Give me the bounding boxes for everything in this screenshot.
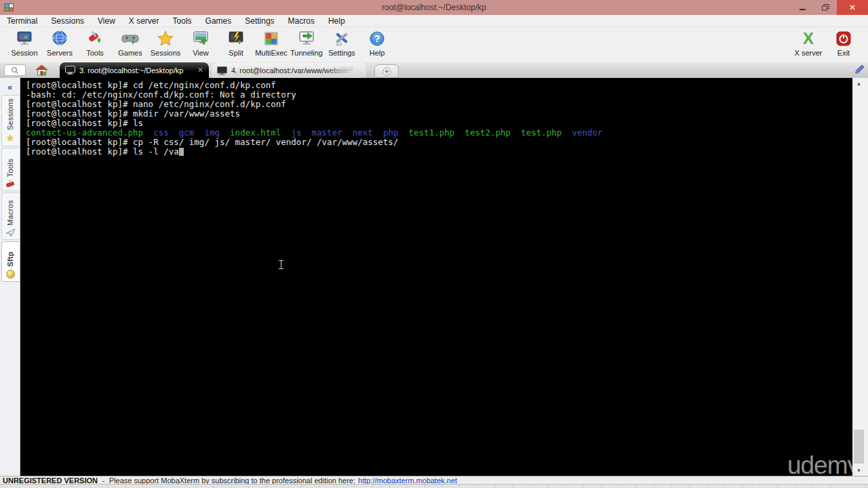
main-area: « Sessions ★ Tools Macros Sftp [root@loc… <box>0 78 868 476</box>
home-icon[interactable] <box>35 64 48 76</box>
split-button[interactable]: Split <box>218 27 254 62</box>
search-input[interactable] <box>19 65 20 75</box>
servers-globe-icon <box>51 30 68 47</box>
scroll-down-icon[interactable]: ▼ <box>853 465 865 476</box>
sidebar-tab-macros[interactable]: Macros <box>1 192 19 240</box>
sessions-label: Sessions <box>151 49 181 57</box>
tab-search-box[interactable] <box>4 64 26 76</box>
close-button[interactable]: ✕ <box>837 0 868 15</box>
sidebar-macros-label: Macros <box>6 200 14 226</box>
terminal-screen[interactable]: [root@localhost kp]# cd /etc/nginx/conf.… <box>20 78 852 476</box>
sidebar-tab-tools[interactable]: Tools <box>1 148 19 191</box>
exit-power-icon <box>835 30 852 47</box>
restore-button[interactable] <box>814 0 837 15</box>
sessions-star-icon <box>157 30 174 47</box>
sessions-button[interactable]: Sessions <box>148 27 183 62</box>
terminal-line: -bash: cd: /etc/nginx/conf.d/kp.conf: No… <box>26 90 852 100</box>
settings-label: Settings <box>328 49 355 57</box>
text-cursor-pointer <box>278 260 284 270</box>
inactive-tab-label: 4. root@localhost:/var/www/websites <box>231 66 353 75</box>
unregistered-label: UNREGISTERED VERSION <box>3 476 98 485</box>
menu-games[interactable]: Games <box>199 15 239 27</box>
menu-help[interactable]: Help <box>321 15 352 27</box>
scroll-up-icon[interactable]: ▲ <box>853 78 865 89</box>
plus-icon <box>382 67 391 76</box>
scrollbar-thumb[interactable] <box>854 430 864 464</box>
tab-active-terminal[interactable]: 3. root@localhost:~/Desktop/kp ✕ <box>60 62 209 78</box>
multiexec-button[interactable]: MultiExec <box>254 27 289 62</box>
tab-bar: 3. root@localhost:~/Desktop/kp ✕ 4. root… <box>0 62 868 78</box>
session-monitor-icon <box>16 30 33 47</box>
sidebar-collapse-button[interactable]: « <box>7 82 12 92</box>
sftp-ball-icon <box>6 270 15 279</box>
menu-terminal[interactable]: Terminal <box>0 15 44 27</box>
exit-label: Exit <box>837 49 850 57</box>
x-server-button[interactable]: X X server <box>791 27 826 62</box>
x-server-icon: X <box>800 30 817 47</box>
view-label: View <box>193 49 209 57</box>
edit-pencil-icon[interactable] <box>854 64 865 75</box>
multiexec-label: MultiExec <box>255 49 288 57</box>
menu-view[interactable]: View <box>91 15 122 27</box>
terminal-scrollbar[interactable]: ▲ ▼ <box>852 78 865 476</box>
left-sidebar: « Sessions ★ Tools Macros Sftp <box>0 78 20 476</box>
menu-sessions[interactable]: Sessions <box>44 15 91 27</box>
games-button[interactable]: Games <box>113 27 148 62</box>
bottom-grip-strip <box>0 484 868 488</box>
sidebar-tab-sftp[interactable]: Sftp <box>1 241 19 282</box>
tools-button[interactable]: Tools <box>77 27 113 62</box>
title-bar: root@localhost:~/Desktop/kp ✕ <box>0 0 868 15</box>
menu-settings[interactable]: Settings <box>238 15 281 27</box>
restore-icon <box>822 4 829 11</box>
toolbar: Session Servers Tools Games Sessions Vie… <box>0 27 868 62</box>
sidebar-tab-sessions[interactable]: Sessions ★ <box>1 95 19 146</box>
servers-button[interactable]: Servers <box>42 27 77 62</box>
terminal-line: [root@localhost kp]# mkdir /var/www/asse… <box>26 109 852 119</box>
terminal-line: [root@localhost kp]# ls -l /va <box>26 147 852 157</box>
status-bar: UNREGISTERED VERSION - Please support Mo… <box>0 476 868 484</box>
games-gamepad-icon <box>121 30 139 47</box>
udemy-watermark: udemy <box>787 451 852 476</box>
servers-label: Servers <box>47 49 73 57</box>
help-button[interactable]: ? Help <box>359 27 395 62</box>
session-button[interactable]: Session <box>7 27 42 62</box>
settings-tools-icon <box>333 30 351 47</box>
new-tab-button[interactable] <box>374 64 399 78</box>
split-monitor-icon <box>227 30 245 47</box>
multiexec-icon <box>262 30 280 47</box>
sidebar-tools-label: Tools <box>6 159 14 177</box>
x-server-label: X server <box>795 49 823 57</box>
terminal-line: [root@localhost kp]# ls <box>26 119 852 128</box>
settings-button[interactable]: Settings <box>324 27 359 62</box>
window-title: root@localhost:~/Desktop/kp <box>0 3 868 12</box>
tunneling-label: Tunneling <box>290 49 323 57</box>
sidebar-sftp-label: Sftp <box>6 251 14 267</box>
paper-plane-icon <box>5 228 16 237</box>
exit-button[interactable]: Exit <box>826 27 861 62</box>
tools-knife-icon <box>86 30 104 47</box>
tab-close-icon[interactable]: ✕ <box>197 66 203 75</box>
terminal-cursor <box>179 148 184 156</box>
split-label: Split <box>229 49 243 57</box>
svg-text:X: X <box>803 30 814 47</box>
menu-tools[interactable]: Tools <box>166 15 199 27</box>
terminal-line: [root@localhost kp]# nano /etc/nginx/con… <box>26 100 852 109</box>
knife-icon <box>5 180 15 188</box>
help-icon: ? <box>368 30 386 47</box>
mobaxterm-window: root@localhost:~/Desktop/kp ✕ Terminal S… <box>0 0 868 488</box>
view-button[interactable]: View <box>183 27 218 62</box>
mobatek-link[interactable]: http://mobaxterm.mobatek.net <box>358 476 457 485</box>
terminal-line: [root@localhost kp]# cd /etc/nginx/conf.… <box>26 81 852 90</box>
menu-x-server[interactable]: X server <box>122 15 166 27</box>
menu-macros[interactable]: Macros <box>281 15 321 27</box>
session-label: Session <box>11 49 37 57</box>
active-tab-label: 3. root@localhost:~/Desktop/kp <box>79 66 183 75</box>
svg-text:?: ? <box>374 33 380 44</box>
tunneling-button[interactable]: Tunneling <box>289 27 324 62</box>
terminal-line: [root@localhost kp]# cp -R css/ img/ js/… <box>26 138 852 147</box>
minimize-button[interactable] <box>791 0 814 15</box>
terminal-tab-icon <box>217 66 227 75</box>
sidebar-sessions-label: Sessions <box>6 98 14 130</box>
tools-label: Tools <box>86 49 104 57</box>
tab-inactive-terminal[interactable]: 4. root@localhost:/var/www/websites <box>212 63 366 78</box>
